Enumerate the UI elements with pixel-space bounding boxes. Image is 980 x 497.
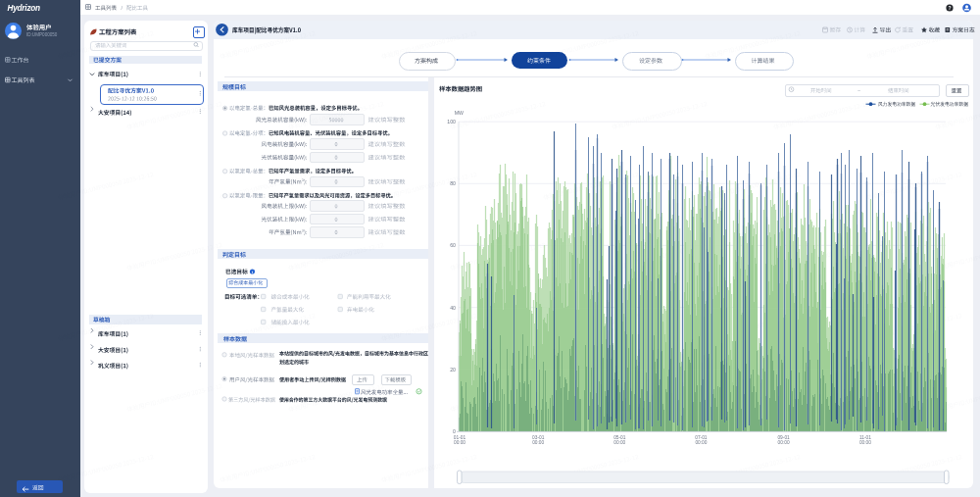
svg-text:MW: MW xyxy=(455,110,464,116)
svg-text:01-01: 01-01 xyxy=(454,435,466,440)
svg-text:05-01: 05-01 xyxy=(613,435,626,440)
svg-text:40: 40 xyxy=(450,305,456,311)
svg-text:/: / xyxy=(122,5,123,11)
svg-text:00:00: 00:00 xyxy=(532,440,544,445)
svg-text:03-01: 03-01 xyxy=(532,435,545,440)
svg-text:00:00: 00:00 xyxy=(859,440,871,445)
svg-text:00:00: 00:00 xyxy=(454,440,466,445)
svg-text:ID:UMP000050: ID:UMP000050 xyxy=(26,32,58,37)
svg-text:~: ~ xyxy=(858,87,860,93)
svg-text:00:00: 00:00 xyxy=(695,440,707,445)
svg-text:?: ? xyxy=(948,5,951,11)
svg-text:80: 80 xyxy=(450,180,456,186)
svg-text:00:00: 00:00 xyxy=(778,440,790,445)
svg-text:Hydrizon: Hydrizon xyxy=(8,4,41,13)
svg-text:20: 20 xyxy=(450,367,456,373)
svg-text:07-01: 07-01 xyxy=(695,435,708,440)
svg-text:09-01: 09-01 xyxy=(777,435,790,440)
svg-text:0: 0 xyxy=(453,428,456,434)
svg-text:00:00: 00:00 xyxy=(613,440,625,445)
svg-text:11-01: 11-01 xyxy=(859,435,871,440)
svg-text:100: 100 xyxy=(447,119,456,124)
svg-text:60: 60 xyxy=(450,242,456,248)
